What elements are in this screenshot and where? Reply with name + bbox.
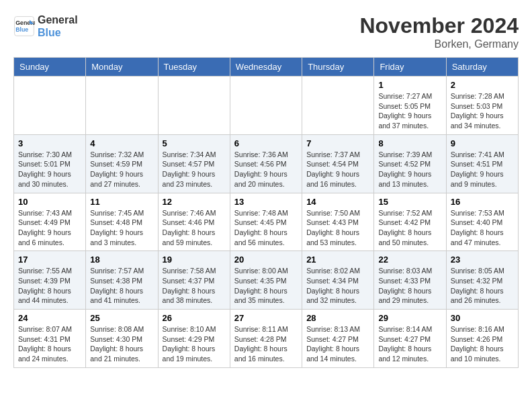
day-info: Sunrise: 7:45 AM Sunset: 4:48 PM Dayligh… [90, 208, 153, 248]
calendar-cell: 9Sunrise: 7:41 AM Sunset: 4:51 PM Daylig… [446, 134, 518, 193]
calendar-cell: 21Sunrise: 8:02 AM Sunset: 4:34 PM Dayli… [302, 251, 374, 310]
day-info: Sunrise: 7:36 AM Sunset: 4:56 PM Dayligh… [234, 150, 298, 189]
calendar-cell: 24Sunrise: 8:07 AM Sunset: 4:31 PM Dayli… [14, 310, 86, 368]
calendar-cell: 3Sunrise: 7:30 AM Sunset: 5:01 PM Daylig… [14, 134, 86, 193]
day-number: 19 [163, 255, 226, 265]
day-number: 9 [451, 138, 514, 148]
calendar: SundayMondayTuesdayWednesdayThursdayFrid… [13, 57, 519, 368]
page-header: General Blue General Blue November 2024 … [13, 13, 519, 50]
day-info: Sunrise: 8:07 AM Sunset: 4:31 PM Dayligh… [18, 324, 81, 364]
calendar-header-wednesday: Wednesday [230, 58, 302, 77]
day-number: 4 [90, 138, 153, 148]
day-info: Sunrise: 8:11 AM Sunset: 4:28 PM Dayligh… [234, 324, 298, 364]
day-info: Sunrise: 7:55 AM Sunset: 4:39 PM Dayligh… [18, 266, 81, 306]
day-info: Sunrise: 8:02 AM Sunset: 4:34 PM Dayligh… [306, 266, 369, 306]
calendar-week-row: 24Sunrise: 8:07 AM Sunset: 4:31 PM Dayli… [14, 310, 519, 368]
calendar-cell: 11Sunrise: 7:45 AM Sunset: 4:48 PM Dayli… [86, 193, 158, 251]
day-info: Sunrise: 7:57 AM Sunset: 4:38 PM Dayligh… [90, 266, 153, 306]
day-number: 29 [378, 313, 441, 323]
logo: General Blue General Blue [13, 13, 78, 39]
logo-text-line2: Blue [38, 26, 78, 39]
calendar-cell: 25Sunrise: 8:08 AM Sunset: 4:30 PM Dayli… [86, 310, 158, 368]
day-info: Sunrise: 7:52 AM Sunset: 4:42 PM Dayligh… [378, 208, 441, 248]
day-number: 25 [90, 313, 153, 323]
calendar-cell: 16Sunrise: 7:53 AM Sunset: 4:40 PM Dayli… [446, 193, 518, 251]
day-number: 21 [306, 255, 369, 265]
calendar-cell: 22Sunrise: 8:03 AM Sunset: 4:33 PM Dayli… [374, 251, 446, 310]
day-info: Sunrise: 7:39 AM Sunset: 4:52 PM Dayligh… [378, 150, 441, 189]
calendar-cell: 18Sunrise: 7:57 AM Sunset: 4:38 PM Dayli… [86, 251, 158, 310]
day-number: 8 [378, 138, 441, 148]
calendar-cell [302, 77, 374, 135]
calendar-cell: 30Sunrise: 8:16 AM Sunset: 4:26 PM Dayli… [446, 310, 518, 368]
day-info: Sunrise: 7:28 AM Sunset: 5:03 PM Dayligh… [451, 91, 514, 131]
day-number: 14 [306, 197, 369, 207]
day-info: Sunrise: 7:53 AM Sunset: 4:40 PM Dayligh… [451, 208, 514, 248]
day-info: Sunrise: 7:37 AM Sunset: 4:54 PM Dayligh… [306, 150, 369, 189]
day-number: 11 [90, 197, 153, 207]
day-info: Sunrise: 7:27 AM Sunset: 5:05 PM Dayligh… [378, 91, 441, 131]
logo-text-line1: General [38, 13, 78, 26]
calendar-cell: 15Sunrise: 7:52 AM Sunset: 4:42 PM Dayli… [374, 193, 446, 251]
day-number: 26 [163, 313, 226, 323]
day-number: 6 [234, 138, 298, 148]
day-number: 18 [90, 255, 153, 265]
day-number: 10 [18, 197, 81, 207]
day-number: 27 [234, 313, 298, 323]
calendar-cell: 8Sunrise: 7:39 AM Sunset: 4:52 PM Daylig… [374, 134, 446, 193]
day-number: 12 [163, 197, 226, 207]
day-number: 24 [18, 313, 81, 323]
day-info: Sunrise: 7:58 AM Sunset: 4:37 PM Dayligh… [163, 266, 226, 306]
calendar-week-row: 1Sunrise: 7:27 AM Sunset: 5:05 PM Daylig… [14, 77, 519, 135]
calendar-cell: 17Sunrise: 7:55 AM Sunset: 4:39 PM Dayli… [14, 251, 86, 310]
day-number: 17 [18, 255, 81, 265]
calendar-cell: 28Sunrise: 8:13 AM Sunset: 4:27 PM Dayli… [302, 310, 374, 368]
day-number: 20 [234, 255, 298, 265]
calendar-header-sunday: Sunday [14, 58, 86, 77]
day-info: Sunrise: 7:30 AM Sunset: 5:01 PM Dayligh… [18, 150, 81, 189]
calendar-header-row: SundayMondayTuesdayWednesdayThursdayFrid… [14, 58, 519, 77]
day-number: 23 [451, 255, 514, 265]
calendar-cell: 5Sunrise: 7:34 AM Sunset: 4:57 PM Daylig… [158, 134, 230, 193]
day-number: 5 [163, 138, 226, 148]
calendar-cell: 10Sunrise: 7:43 AM Sunset: 4:49 PM Dayli… [14, 193, 86, 251]
calendar-header-friday: Friday [374, 58, 446, 77]
day-info: Sunrise: 8:14 AM Sunset: 4:27 PM Dayligh… [378, 324, 441, 364]
day-number: 30 [451, 313, 514, 323]
calendar-cell [86, 77, 158, 135]
calendar-header-thursday: Thursday [302, 58, 374, 77]
calendar-header-monday: Monday [86, 58, 158, 77]
calendar-cell: 19Sunrise: 7:58 AM Sunset: 4:37 PM Dayli… [158, 251, 230, 310]
calendar-cell: 14Sunrise: 7:50 AM Sunset: 4:43 PM Dayli… [302, 193, 374, 251]
calendar-cell: 29Sunrise: 8:14 AM Sunset: 4:27 PM Dayli… [374, 310, 446, 368]
calendar-cell [14, 77, 86, 135]
day-info: Sunrise: 8:08 AM Sunset: 4:30 PM Dayligh… [90, 324, 153, 364]
day-info: Sunrise: 7:32 AM Sunset: 4:59 PM Dayligh… [90, 150, 153, 189]
calendar-cell: 1Sunrise: 7:27 AM Sunset: 5:05 PM Daylig… [374, 77, 446, 135]
calendar-cell: 23Sunrise: 8:05 AM Sunset: 4:32 PM Dayli… [446, 251, 518, 310]
title-block: November 2024 Borken, Germany [359, 13, 519, 50]
day-number: 13 [234, 197, 298, 207]
day-info: Sunrise: 7:46 AM Sunset: 4:46 PM Dayligh… [163, 208, 226, 248]
calendar-cell: 13Sunrise: 7:48 AM Sunset: 4:45 PM Dayli… [230, 193, 302, 251]
calendar-cell: 6Sunrise: 7:36 AM Sunset: 4:56 PM Daylig… [230, 134, 302, 193]
calendar-week-row: 3Sunrise: 7:30 AM Sunset: 5:01 PM Daylig… [14, 134, 519, 193]
calendar-cell: 26Sunrise: 8:10 AM Sunset: 4:29 PM Dayli… [158, 310, 230, 368]
day-info: Sunrise: 8:10 AM Sunset: 4:29 PM Dayligh… [163, 324, 226, 364]
logo-icon: General Blue [13, 15, 35, 37]
day-info: Sunrise: 7:41 AM Sunset: 4:51 PM Dayligh… [451, 150, 514, 189]
day-info: Sunrise: 8:13 AM Sunset: 4:27 PM Dayligh… [306, 324, 369, 364]
day-number: 28 [306, 313, 369, 323]
day-info: Sunrise: 7:50 AM Sunset: 4:43 PM Dayligh… [306, 208, 369, 248]
calendar-cell: 7Sunrise: 7:37 AM Sunset: 4:54 PM Daylig… [302, 134, 374, 193]
day-info: Sunrise: 8:00 AM Sunset: 4:35 PM Dayligh… [234, 266, 298, 306]
day-info: Sunrise: 8:05 AM Sunset: 4:32 PM Dayligh… [451, 266, 514, 306]
calendar-cell: 27Sunrise: 8:11 AM Sunset: 4:28 PM Dayli… [230, 310, 302, 368]
day-info: Sunrise: 7:48 AM Sunset: 4:45 PM Dayligh… [234, 208, 298, 248]
calendar-cell: 12Sunrise: 7:46 AM Sunset: 4:46 PM Dayli… [158, 193, 230, 251]
location: Borken, Germany [359, 38, 519, 50]
calendar-header-tuesday: Tuesday [158, 58, 230, 77]
day-number: 15 [378, 197, 441, 207]
day-info: Sunrise: 8:16 AM Sunset: 4:26 PM Dayligh… [451, 324, 514, 364]
day-number: 1 [378, 80, 441, 90]
